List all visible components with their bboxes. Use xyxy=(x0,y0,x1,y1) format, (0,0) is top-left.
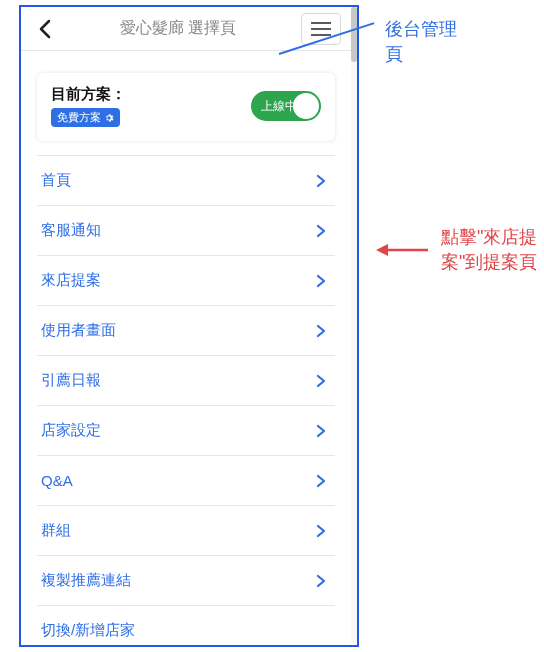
menu-list: 首頁 客服通知 來店提案 使用者畫面 xyxy=(37,155,335,645)
menu-item-copylink[interactable]: 複製推薦連結 xyxy=(37,556,335,606)
content: 愛心髮廊 選擇頁 目前方案： 免費方案 上線中 xyxy=(21,7,351,645)
status-title: 目前方案： xyxy=(51,85,126,104)
menu-item-qa[interactable]: Q&A xyxy=(37,456,335,506)
annotation-text-top: 後台管理頁 xyxy=(385,17,465,67)
menu-label: 複製推薦連結 xyxy=(41,571,131,590)
menu-label: 切換/新增店家 xyxy=(41,621,135,640)
chevron-right-icon xyxy=(313,573,329,589)
toggle-knob xyxy=(293,93,319,119)
chevron-right-icon xyxy=(313,423,329,439)
chevron-right-icon xyxy=(313,223,329,239)
annotation-text-mid: 點擊"來店提案"到提案頁 xyxy=(441,225,541,275)
toggle-label: 上線中 xyxy=(261,98,297,115)
chevron-right-icon xyxy=(313,323,329,339)
gear-icon xyxy=(104,113,114,123)
menu-label: 引薦日報 xyxy=(41,371,101,390)
chevron-right-icon xyxy=(313,173,329,189)
menu-label: 店家設定 xyxy=(41,421,101,440)
chevron-right-icon xyxy=(313,373,329,389)
menu-label: 客服通知 xyxy=(41,221,101,240)
menu-label: Q&A xyxy=(41,472,73,489)
plan-badge-label: 免費方案 xyxy=(57,110,101,125)
menu-item-group[interactable]: 群組 xyxy=(37,506,335,556)
menu-item-userview[interactable]: 使用者畫面 xyxy=(37,306,335,356)
phone-frame: 愛心髮廊 選擇頁 目前方案： 免費方案 上線中 xyxy=(19,5,359,647)
menu-label: 首頁 xyxy=(41,171,71,190)
status-card: 目前方案： 免費方案 上線中 xyxy=(37,73,335,141)
page-title: 愛心髮廊 選擇頁 xyxy=(55,18,301,39)
menu-item-proposal[interactable]: 來店提案 xyxy=(37,256,335,306)
online-toggle[interactable]: 上線中 xyxy=(251,91,321,121)
menu-label: 使用者畫面 xyxy=(41,321,116,340)
menu-label: 群組 xyxy=(41,521,71,540)
menu-label: 來店提案 xyxy=(41,271,101,290)
menu-item-daily[interactable]: 引薦日報 xyxy=(37,356,335,406)
chevron-right-icon xyxy=(313,273,329,289)
chevron-right-icon xyxy=(313,523,329,539)
menu-item-settings[interactable]: 店家設定 xyxy=(37,406,335,456)
scrollbar-thumb[interactable] xyxy=(351,7,357,62)
scrollbar[interactable] xyxy=(351,7,357,645)
menu-item-home[interactable]: 首頁 xyxy=(37,156,335,206)
chevron-right-icon xyxy=(313,473,329,489)
menu-item-notice[interactable]: 客服通知 xyxy=(37,206,335,256)
plan-badge[interactable]: 免費方案 xyxy=(51,108,120,127)
status-info: 目前方案： 免費方案 xyxy=(51,85,126,127)
annotation-arrow-icon xyxy=(376,241,428,259)
menu-item-switch[interactable]: 切換/新增店家 xyxy=(37,606,335,645)
svg-marker-1 xyxy=(376,244,388,256)
